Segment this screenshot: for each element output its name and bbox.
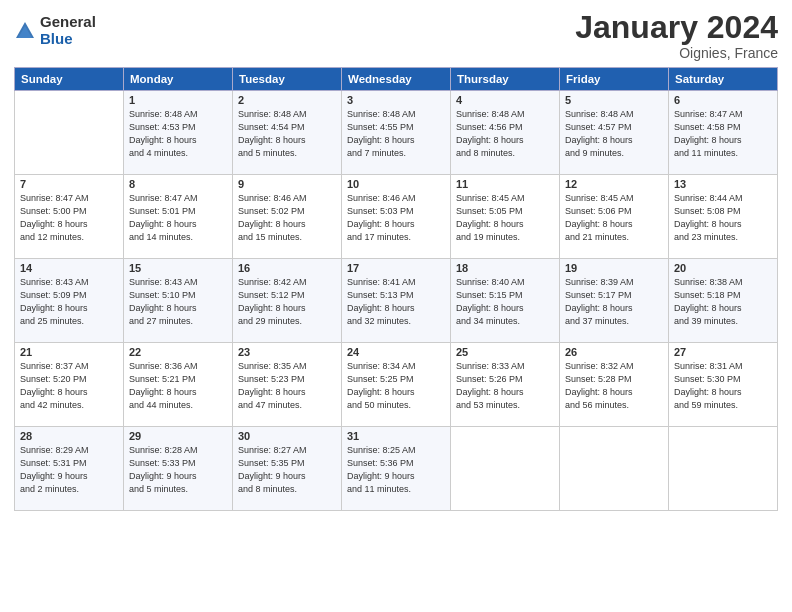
day-number: 16 <box>238 262 336 274</box>
day-cell: 5Sunrise: 8:48 AM Sunset: 4:57 PM Daylig… <box>560 91 669 175</box>
calendar-header: General Blue January 2024 Oignies, Franc… <box>14 10 778 61</box>
logo-general: General <box>40 14 96 31</box>
logo-icon <box>14 20 36 42</box>
logo-blue: Blue <box>40 31 96 48</box>
day-cell: 12Sunrise: 8:45 AM Sunset: 5:06 PM Dayli… <box>560 175 669 259</box>
day-cell: 21Sunrise: 8:37 AM Sunset: 5:20 PM Dayli… <box>15 343 124 427</box>
day-info: Sunrise: 8:48 AM Sunset: 4:55 PM Dayligh… <box>347 108 445 160</box>
day-cell: 16Sunrise: 8:42 AM Sunset: 5:12 PM Dayli… <box>233 259 342 343</box>
header-monday: Monday <box>124 68 233 91</box>
day-cell: 18Sunrise: 8:40 AM Sunset: 5:15 PM Dayli… <box>451 259 560 343</box>
day-cell: 6Sunrise: 8:47 AM Sunset: 4:58 PM Daylig… <box>669 91 778 175</box>
day-info: Sunrise: 8:45 AM Sunset: 5:05 PM Dayligh… <box>456 192 554 244</box>
day-cell: 30Sunrise: 8:27 AM Sunset: 5:35 PM Dayli… <box>233 427 342 511</box>
day-number: 14 <box>20 262 118 274</box>
day-info: Sunrise: 8:35 AM Sunset: 5:23 PM Dayligh… <box>238 360 336 412</box>
day-cell: 4Sunrise: 8:48 AM Sunset: 4:56 PM Daylig… <box>451 91 560 175</box>
day-info: Sunrise: 8:48 AM Sunset: 4:57 PM Dayligh… <box>565 108 663 160</box>
day-number: 10 <box>347 178 445 190</box>
day-cell: 17Sunrise: 8:41 AM Sunset: 5:13 PM Dayli… <box>342 259 451 343</box>
day-info: Sunrise: 8:27 AM Sunset: 5:35 PM Dayligh… <box>238 444 336 496</box>
day-cell: 1Sunrise: 8:48 AM Sunset: 4:53 PM Daylig… <box>124 91 233 175</box>
day-info: Sunrise: 8:43 AM Sunset: 5:09 PM Dayligh… <box>20 276 118 328</box>
day-info: Sunrise: 8:48 AM Sunset: 4:56 PM Dayligh… <box>456 108 554 160</box>
day-cell: 9Sunrise: 8:46 AM Sunset: 5:02 PM Daylig… <box>233 175 342 259</box>
calendar-container: General Blue January 2024 Oignies, Franc… <box>0 0 792 612</box>
day-number: 13 <box>674 178 772 190</box>
day-number: 5 <box>565 94 663 106</box>
day-info: Sunrise: 8:45 AM Sunset: 5:06 PM Dayligh… <box>565 192 663 244</box>
location-title: Oignies, France <box>575 45 778 61</box>
day-info: Sunrise: 8:31 AM Sunset: 5:30 PM Dayligh… <box>674 360 772 412</box>
day-cell: 24Sunrise: 8:34 AM Sunset: 5:25 PM Dayli… <box>342 343 451 427</box>
day-info: Sunrise: 8:32 AM Sunset: 5:28 PM Dayligh… <box>565 360 663 412</box>
day-number: 3 <box>347 94 445 106</box>
header-friday: Friday <box>560 68 669 91</box>
week-row-4: 21Sunrise: 8:37 AM Sunset: 5:20 PM Dayli… <box>15 343 778 427</box>
day-info: Sunrise: 8:42 AM Sunset: 5:12 PM Dayligh… <box>238 276 336 328</box>
day-number: 26 <box>565 346 663 358</box>
day-info: Sunrise: 8:33 AM Sunset: 5:26 PM Dayligh… <box>456 360 554 412</box>
day-number: 31 <box>347 430 445 442</box>
day-info: Sunrise: 8:43 AM Sunset: 5:10 PM Dayligh… <box>129 276 227 328</box>
day-info: Sunrise: 8:40 AM Sunset: 5:15 PM Dayligh… <box>456 276 554 328</box>
day-number: 2 <box>238 94 336 106</box>
day-number: 12 <box>565 178 663 190</box>
day-number: 28 <box>20 430 118 442</box>
week-row-3: 14Sunrise: 8:43 AM Sunset: 5:09 PM Dayli… <box>15 259 778 343</box>
day-number: 29 <box>129 430 227 442</box>
day-info: Sunrise: 8:36 AM Sunset: 5:21 PM Dayligh… <box>129 360 227 412</box>
day-info: Sunrise: 8:44 AM Sunset: 5:08 PM Dayligh… <box>674 192 772 244</box>
day-number: 19 <box>565 262 663 274</box>
day-number: 22 <box>129 346 227 358</box>
day-cell: 25Sunrise: 8:33 AM Sunset: 5:26 PM Dayli… <box>451 343 560 427</box>
day-info: Sunrise: 8:29 AM Sunset: 5:31 PM Dayligh… <box>20 444 118 496</box>
day-cell <box>15 91 124 175</box>
header-sunday: Sunday <box>15 68 124 91</box>
day-cell <box>669 427 778 511</box>
day-number: 11 <box>456 178 554 190</box>
day-cell: 7Sunrise: 8:47 AM Sunset: 5:00 PM Daylig… <box>15 175 124 259</box>
day-number: 9 <box>238 178 336 190</box>
day-cell: 31Sunrise: 8:25 AM Sunset: 5:36 PM Dayli… <box>342 427 451 511</box>
header-tuesday: Tuesday <box>233 68 342 91</box>
day-cell: 10Sunrise: 8:46 AM Sunset: 5:03 PM Dayli… <box>342 175 451 259</box>
day-info: Sunrise: 8:47 AM Sunset: 5:01 PM Dayligh… <box>129 192 227 244</box>
week-row-2: 7Sunrise: 8:47 AM Sunset: 5:00 PM Daylig… <box>15 175 778 259</box>
day-number: 6 <box>674 94 772 106</box>
day-number: 18 <box>456 262 554 274</box>
day-info: Sunrise: 8:47 AM Sunset: 4:58 PM Dayligh… <box>674 108 772 160</box>
day-cell <box>560 427 669 511</box>
header-thursday: Thursday <box>451 68 560 91</box>
day-info: Sunrise: 8:41 AM Sunset: 5:13 PM Dayligh… <box>347 276 445 328</box>
day-cell <box>451 427 560 511</box>
day-number: 7 <box>20 178 118 190</box>
day-info: Sunrise: 8:37 AM Sunset: 5:20 PM Dayligh… <box>20 360 118 412</box>
day-cell: 13Sunrise: 8:44 AM Sunset: 5:08 PM Dayli… <box>669 175 778 259</box>
day-info: Sunrise: 8:38 AM Sunset: 5:18 PM Dayligh… <box>674 276 772 328</box>
day-cell: 8Sunrise: 8:47 AM Sunset: 5:01 PM Daylig… <box>124 175 233 259</box>
calendar-table: Sunday Monday Tuesday Wednesday Thursday… <box>14 67 778 511</box>
day-number: 17 <box>347 262 445 274</box>
day-cell: 22Sunrise: 8:36 AM Sunset: 5:21 PM Dayli… <box>124 343 233 427</box>
day-number: 4 <box>456 94 554 106</box>
day-info: Sunrise: 8:48 AM Sunset: 4:54 PM Dayligh… <box>238 108 336 160</box>
day-cell: 15Sunrise: 8:43 AM Sunset: 5:10 PM Dayli… <box>124 259 233 343</box>
day-info: Sunrise: 8:47 AM Sunset: 5:00 PM Dayligh… <box>20 192 118 244</box>
day-number: 1 <box>129 94 227 106</box>
day-info: Sunrise: 8:28 AM Sunset: 5:33 PM Dayligh… <box>129 444 227 496</box>
day-info: Sunrise: 8:34 AM Sunset: 5:25 PM Dayligh… <box>347 360 445 412</box>
day-number: 27 <box>674 346 772 358</box>
day-number: 15 <box>129 262 227 274</box>
day-cell: 11Sunrise: 8:45 AM Sunset: 5:05 PM Dayli… <box>451 175 560 259</box>
day-cell: 29Sunrise: 8:28 AM Sunset: 5:33 PM Dayli… <box>124 427 233 511</box>
day-cell: 26Sunrise: 8:32 AM Sunset: 5:28 PM Dayli… <box>560 343 669 427</box>
header-row: Sunday Monday Tuesday Wednesday Thursday… <box>15 68 778 91</box>
month-title: January 2024 <box>575 10 778 45</box>
day-info: Sunrise: 8:46 AM Sunset: 5:03 PM Dayligh… <box>347 192 445 244</box>
day-cell: 2Sunrise: 8:48 AM Sunset: 4:54 PM Daylig… <box>233 91 342 175</box>
day-cell: 19Sunrise: 8:39 AM Sunset: 5:17 PM Dayli… <box>560 259 669 343</box>
header-saturday: Saturday <box>669 68 778 91</box>
day-info: Sunrise: 8:25 AM Sunset: 5:36 PM Dayligh… <box>347 444 445 496</box>
title-block: January 2024 Oignies, France <box>575 10 778 61</box>
